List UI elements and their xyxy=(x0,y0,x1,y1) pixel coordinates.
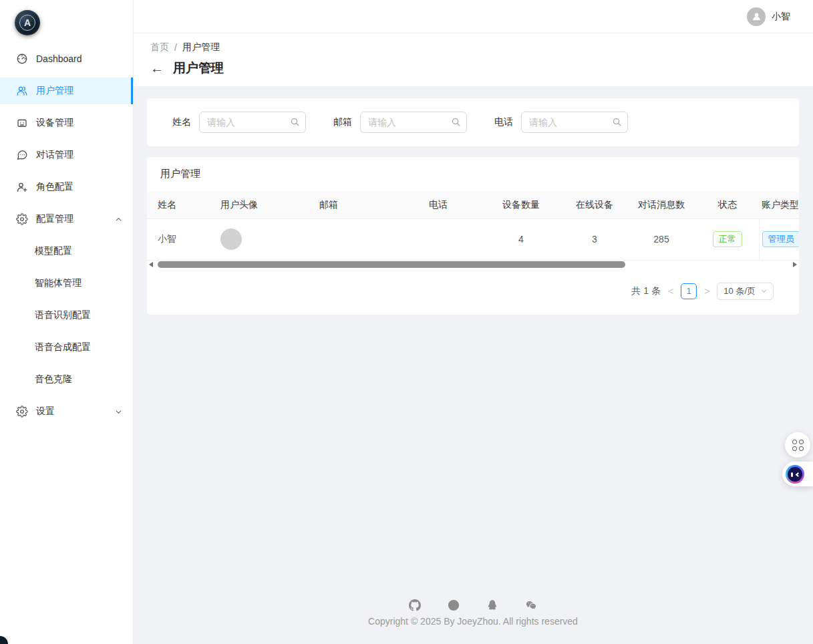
filter-email: 邮箱 xyxy=(333,112,467,133)
github-icon[interactable] xyxy=(409,599,421,611)
chat-icon xyxy=(16,149,28,161)
user-table: 姓名 用户头像 邮箱 电话 设备数量 在线设备 对话消息数 状态 账户类型 xyxy=(147,192,799,261)
chevron-down-icon xyxy=(115,408,122,416)
content-area: 姓名 邮箱 xyxy=(134,86,813,644)
breadcrumb-separator: / xyxy=(174,42,177,53)
chevron-up-icon xyxy=(115,216,122,223)
filter-name-label: 姓名 xyxy=(172,116,191,128)
cell-online-devices: 3 xyxy=(562,218,627,260)
col-device-count: 设备数量 xyxy=(480,192,562,218)
cell-device-count: 4 xyxy=(480,218,562,260)
col-avatar: 用户头像 xyxy=(210,192,309,218)
scroll-right-arrow[interactable] xyxy=(791,261,799,269)
cell-avatar xyxy=(210,218,309,260)
copyright-text: Copyright © 2025 By JoeyZhou. All rights… xyxy=(147,616,799,627)
sidebar-item-user-management[interactable]: 用户管理 xyxy=(0,77,133,104)
ai-assistant-button[interactable] xyxy=(782,462,813,486)
horizontal-scrollbar[interactable] xyxy=(147,261,799,269)
table-viewport: 姓名 用户头像 邮箱 电话 设备数量 在线设备 对话消息数 状态 账户类型 xyxy=(147,192,799,261)
sidebar-item-label: Dashboard xyxy=(36,53,82,64)
sidebar-subitem-label: 音色克隆 xyxy=(35,373,72,385)
sidebar-item-label: 设置 xyxy=(36,406,55,418)
col-phone: 电话 xyxy=(418,192,480,218)
app-grid-button[interactable] xyxy=(785,432,810,458)
pagination: 共 1 条 < 1 > 10 条/页 xyxy=(147,269,799,315)
sidebar-item-label: 用户管理 xyxy=(36,85,73,97)
logo-letter: A xyxy=(19,15,35,31)
cell-email xyxy=(309,218,418,260)
page-1-button[interactable]: 1 xyxy=(681,283,697,299)
filter-name: 姓名 xyxy=(172,112,306,133)
card-title: 用户管理 xyxy=(147,168,799,192)
sidebar-item-dialog-management[interactable]: 对话管理 xyxy=(0,142,133,168)
user-avatar-icon xyxy=(747,7,766,26)
table-header-row: 姓名 用户头像 邮箱 电话 设备数量 在线设备 对话消息数 状态 账户类型 xyxy=(147,192,799,218)
user-menu[interactable]: 小智 xyxy=(747,7,790,26)
back-button[interactable]: ← xyxy=(150,61,164,75)
table-row: 小智 4 3 285 正常 管理员 xyxy=(147,218,799,260)
topbar: 小智 xyxy=(134,0,813,33)
user-avatar xyxy=(220,228,242,250)
col-status: 状态 xyxy=(696,192,759,218)
sidebar-subitem-label: 智能体管理 xyxy=(35,277,82,289)
col-account-type: 账户类型 xyxy=(759,192,799,218)
scroll-left-arrow[interactable] xyxy=(147,261,155,269)
dashboard-icon xyxy=(16,53,28,65)
page-size-select[interactable]: 10 条/页 xyxy=(717,283,774,300)
sidebar-subitem-label: 语音识别配置 xyxy=(35,309,91,321)
footer: Copyright © 2025 By JoeyZhou. All rights… xyxy=(147,599,799,644)
cell-status: 正常 xyxy=(696,218,759,260)
cell-account-type: 管理员 xyxy=(759,218,799,260)
filter-card: 姓名 邮箱 xyxy=(147,98,799,146)
sidebar-item-label: 对话管理 xyxy=(36,149,73,161)
username: 小智 xyxy=(772,11,790,23)
breadcrumb: 首页 / 用户管理 xyxy=(150,41,813,53)
chevron-down-icon xyxy=(760,287,768,295)
sidebar-subitem-label: 模型配置 xyxy=(35,245,72,257)
sidebar-subitem-tts-config[interactable]: 语音合成配置 xyxy=(0,334,133,361)
search-icon[interactable] xyxy=(451,117,461,127)
prev-page-button[interactable]: < xyxy=(667,286,675,297)
scrollbar-thumb[interactable] xyxy=(158,261,625,268)
sidebar-item-device-management[interactable]: 设备管理 xyxy=(0,110,133,136)
app-logo[interactable]: A xyxy=(15,10,40,35)
col-online-devices: 在线设备 xyxy=(562,192,627,218)
page-header: 首页 / 用户管理 ← 用户管理 xyxy=(134,33,813,86)
sidebar-item-dashboard[interactable]: Dashboard xyxy=(0,45,133,72)
account-type-badge: 管理员 xyxy=(762,231,800,247)
scrollbar-track[interactable] xyxy=(155,261,791,268)
breadcrumb-home[interactable]: 首页 xyxy=(150,41,169,53)
config-gear-icon xyxy=(16,213,28,225)
users-icon xyxy=(16,85,28,97)
search-icon[interactable] xyxy=(612,117,622,127)
sidebar-item-label: 设备管理 xyxy=(36,117,73,129)
filter-phone: 电话 xyxy=(494,112,628,133)
user-table-card: 用户管理 姓名 用户头像 邮箱 电话 xyxy=(147,157,799,315)
sidebar-subitem-asr-config[interactable]: 语音识别配置 xyxy=(0,302,133,329)
pagination-total: 共 1 条 xyxy=(631,285,661,297)
sidebar-subitem-voice-clone[interactable]: 音色克隆 xyxy=(0,366,133,393)
filter-phone-label: 电话 xyxy=(494,116,513,128)
next-page-button[interactable]: > xyxy=(703,286,711,297)
sidebar-item-settings[interactable]: 设置 xyxy=(0,398,133,425)
settings-gear-icon xyxy=(16,406,28,418)
main-area: 小智 首页 / 用户管理 ← 用户管理 姓名 xyxy=(134,0,813,644)
page-size-value: 10 条/页 xyxy=(723,285,756,297)
status-badge: 正常 xyxy=(713,231,742,247)
gitee-icon[interactable] xyxy=(448,599,460,611)
cell-message-count: 285 xyxy=(627,218,696,260)
device-icon xyxy=(16,117,28,129)
sidebar-item-label: 配置管理 xyxy=(36,213,73,225)
search-icon[interactable] xyxy=(290,117,300,127)
sidebar-subitem-agent-management[interactable]: 智能体管理 xyxy=(0,270,133,297)
ai-robot-icon xyxy=(786,465,804,484)
sidebar-subitem-model-config[interactable]: 模型配置 xyxy=(0,238,133,265)
sidebar-item-label: 角色配置 xyxy=(36,181,73,193)
sidebar-item-config-management[interactable]: 配置管理 xyxy=(0,206,133,232)
app-grid-icon xyxy=(792,440,804,451)
filter-email-label: 邮箱 xyxy=(333,116,352,128)
sidebar-subitem-label: 语音合成配置 xyxy=(35,341,91,353)
qq-icon[interactable] xyxy=(486,599,498,611)
sidebar-item-role-config[interactable]: 角色配置 xyxy=(0,174,133,200)
wechat-icon[interactable] xyxy=(525,599,537,611)
